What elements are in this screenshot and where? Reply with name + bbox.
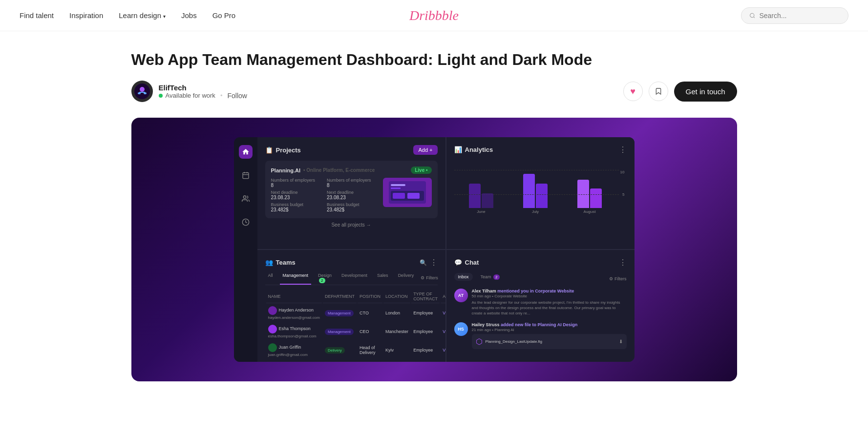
teams-icon: 👥 bbox=[265, 259, 273, 266]
teams-header: 👥 Teams 🔍 ⋮ bbox=[265, 258, 438, 267]
author-row: ElifTech Available for work • Follow ♥ G… bbox=[131, 81, 737, 102]
chat-title: 💬 Chat bbox=[454, 259, 479, 266]
search-bar bbox=[741, 7, 848, 24]
chat-more-button[interactable]: ⋮ bbox=[619, 258, 627, 267]
nav-find-talent[interactable]: Find talent bbox=[20, 11, 54, 20]
project-card: Planning.AI • Online Platform, E-commerc… bbox=[265, 161, 438, 218]
chat-filter-button[interactable]: ⚙ Filters bbox=[609, 276, 627, 281]
chat-filter-icon: ⚙ bbox=[609, 276, 613, 281]
row-avatar bbox=[268, 343, 277, 352]
chat-time-1: 50 min ago • Corporate Website bbox=[472, 294, 627, 298]
chat-panel: 💬 Chat ⋮ Inbox Team 2 ⚙ Filters bbox=[446, 250, 635, 362]
row-avatar bbox=[268, 306, 277, 315]
chat-tabs: Inbox Team 2 bbox=[454, 273, 504, 281]
analytics-more-button[interactable]: ⋮ bbox=[619, 145, 627, 154]
project-details: Numbers of employers8 Next deadline23.08… bbox=[271, 178, 432, 212]
learn-design-chevron bbox=[163, 11, 166, 20]
tab-sales[interactable]: Sales bbox=[374, 271, 391, 285]
file-download-icon[interactable]: ⬇ bbox=[619, 339, 623, 344]
analytics-panel: 📊 Analytics ⋮ 10 5 bbox=[446, 137, 635, 249]
teams-table: NAME DEPARTMENT POSITION LOCATION TYPE O… bbox=[265, 289, 445, 362]
svg-line-1 bbox=[754, 17, 755, 18]
dept-badge: Management bbox=[325, 310, 354, 316]
chat-tab-inbox[interactable]: Inbox bbox=[454, 273, 473, 281]
see-all-projects-link[interactable]: See all projects → bbox=[265, 222, 438, 228]
nav-learn-design[interactable]: Learn design bbox=[119, 11, 166, 20]
col-position: POSITION bbox=[358, 290, 382, 303]
col-contract: TYPE OF CONTRACT bbox=[411, 290, 440, 303]
author-actions: ♥ Get in touch bbox=[623, 82, 737, 102]
svg-rect-17 bbox=[393, 193, 405, 199]
tab-design[interactable]: Design 2 bbox=[315, 271, 335, 285]
project-stats-left: Numbers of employers8 Next deadline23.08… bbox=[271, 178, 323, 212]
teams-title: 👥 Teams bbox=[265, 259, 296, 266]
file-icon: ⬡ bbox=[476, 337, 483, 346]
sidebar-clock-icon[interactable] bbox=[239, 215, 253, 229]
dashboard-mockup: 📋 Projects Add + Planning.AI • Online Pl… bbox=[234, 137, 635, 362]
header: Find talent Inspiration Learn design Job… bbox=[0, 0, 868, 31]
svg-rect-7 bbox=[243, 173, 249, 179]
view-link[interactable]: View bbox=[443, 311, 445, 315]
dept-badge: Management bbox=[325, 329, 354, 335]
col-dept: DEPARTMENT bbox=[323, 290, 357, 303]
chat-file: ⬡ Planning_Design_LastUpdate.fig ⬇ bbox=[472, 334, 627, 349]
teams-more-button[interactable]: ⋮ bbox=[430, 258, 438, 267]
nav-inspiration[interactable]: Inspiration bbox=[69, 11, 103, 20]
svg-point-3 bbox=[140, 87, 145, 92]
tab-all[interactable]: All bbox=[265, 271, 276, 285]
teams-search-icon[interactable]: 🔍 bbox=[420, 259, 427, 266]
author-status: Available for work • Follow bbox=[159, 92, 247, 100]
sidebar-home-icon[interactable] bbox=[239, 145, 253, 159]
bookmark-button[interactable] bbox=[649, 82, 668, 101]
header-search-area bbox=[741, 7, 848, 24]
sidebar-calendar-icon[interactable] bbox=[239, 168, 253, 182]
chat-tab-team[interactable]: Team 2 bbox=[477, 273, 504, 281]
chat-sender-1: Alex Tilham mentioned you in Corporate W… bbox=[472, 289, 627, 293]
dribbble-logo[interactable]: Dribbble bbox=[409, 8, 459, 23]
file-name: Planning_Design_LastUpdate.fig bbox=[486, 339, 543, 344]
author-name[interactable]: ElifTech bbox=[159, 83, 247, 92]
chat-header: 💬 Chat ⋮ bbox=[454, 258, 627, 267]
svg-point-0 bbox=[750, 13, 754, 17]
search-input[interactable] bbox=[759, 12, 840, 20]
view-link[interactable]: View bbox=[443, 348, 445, 353]
svg-rect-15 bbox=[391, 188, 401, 189]
search-icon bbox=[749, 12, 755, 19]
add-project-button[interactable]: Add + bbox=[413, 145, 437, 155]
chart-label-june: June bbox=[477, 209, 485, 214]
project-stats-right: Numbers of employers8 Next deadline23.08… bbox=[327, 178, 379, 212]
sidebar-users-icon[interactable] bbox=[239, 192, 253, 206]
svg-point-11 bbox=[243, 196, 246, 198]
tab-delivery[interactable]: Delivery bbox=[395, 271, 417, 285]
table-row: Esha Thompsonesha.thompson@gmail.com Man… bbox=[266, 323, 445, 340]
teams-actions: 🔍 ⋮ bbox=[420, 258, 438, 267]
table-row: Hayden Andersonhayden.anderson@gmail.com… bbox=[266, 304, 445, 322]
dept-badge: Delivery bbox=[325, 347, 345, 354]
tab-development[interactable]: Development bbox=[339, 271, 370, 285]
analytics-title: 📊 Analytics bbox=[454, 146, 493, 153]
projects-panel: 📋 Projects Add + Planning.AI • Online Pl… bbox=[257, 137, 445, 249]
tab-management[interactable]: Management bbox=[280, 271, 312, 285]
teams-filter-button[interactable]: ⚙ Filters bbox=[421, 271, 438, 285]
heart-icon: ♥ bbox=[630, 86, 635, 97]
nav-jobs[interactable]: Jobs bbox=[181, 11, 197, 20]
filter-icon: ⚙ bbox=[421, 275, 424, 280]
project-name: Planning.AI • Online Platform, E-commerc… bbox=[271, 167, 432, 174]
like-button[interactable]: ♥ bbox=[623, 82, 643, 101]
available-dot bbox=[159, 94, 163, 98]
table-row: Roshani Wareroshani.ware@gmail.com Desig… bbox=[266, 360, 445, 362]
nav-go-pro[interactable]: Go Pro bbox=[212, 11, 236, 20]
projects-icon: 📋 bbox=[265, 146, 273, 154]
author-avatar bbox=[131, 81, 153, 102]
follow-link[interactable]: Follow bbox=[227, 92, 247, 100]
teams-tabs: All Management Design 2 Development Sale… bbox=[265, 271, 438, 285]
projects-title: 📋 Projects bbox=[265, 146, 301, 154]
col-location: LOCATION bbox=[383, 290, 410, 303]
live-badge: Live • bbox=[411, 167, 431, 174]
get-in-touch-button[interactable]: Get in touch bbox=[674, 82, 737, 102]
view-link[interactable]: View bbox=[443, 329, 445, 334]
analytics-header: 📊 Analytics ⋮ bbox=[454, 145, 627, 154]
dashboard-panels: 📋 Projects Add + Planning.AI • Online Pl… bbox=[257, 137, 635, 362]
project-preview bbox=[383, 178, 432, 207]
main-nav: Find talent Inspiration Learn design Job… bbox=[20, 11, 235, 20]
